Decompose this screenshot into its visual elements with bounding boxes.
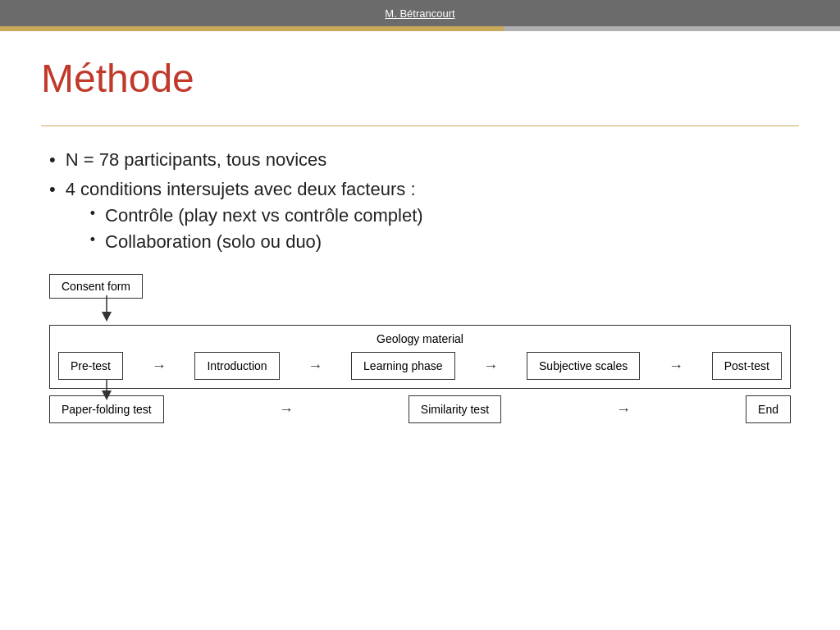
arrow-5: → bbox=[167, 401, 405, 418]
geology-box: Geology material Pre-test → Introduction… bbox=[49, 325, 791, 389]
list-item-2: 4 conditions intersujets avec deux facte… bbox=[49, 179, 799, 258]
sub-item-1: Contrôle (play next vs contrôle complet) bbox=[90, 205, 423, 226]
flow-box-introduction: Introduction bbox=[194, 352, 279, 380]
flow-row: Pre-test → Introduction → Learning phase… bbox=[58, 352, 782, 380]
flow-box-posttest: Post-test bbox=[712, 352, 782, 380]
flow-box-learning: Learning phase bbox=[351, 352, 455, 380]
consent-form-box: Consent form bbox=[49, 274, 143, 299]
list-item-1: N = 78 participants, tous novices bbox=[49, 149, 799, 171]
page-title: Méthode bbox=[41, 56, 799, 101]
sub-list: Contrôle (play next vs contrôle complet)… bbox=[66, 205, 423, 253]
arrow-1: → bbox=[152, 358, 167, 375]
diagram-area: Consent form Geology material Pre-test →… bbox=[41, 274, 799, 438]
main-content: Méthode N = 78 participants, tous novice… bbox=[0, 31, 840, 454]
top-bar: M. Bétrancourt bbox=[0, 0, 840, 26]
author-link[interactable]: M. Bétrancourt bbox=[385, 7, 454, 20]
flow-box-pretest: Pre-test bbox=[58, 352, 123, 380]
flow-box-subjective: Subjective scales bbox=[527, 352, 640, 380]
bottom-row: Paper-folding test → Similarity test → E… bbox=[49, 395, 791, 423]
geology-label: Geology material bbox=[58, 332, 782, 345]
arrow-3: → bbox=[483, 358, 498, 375]
flow-box-similarity: Similarity test bbox=[409, 395, 501, 423]
divider bbox=[41, 126, 799, 126]
bullet-list: N = 78 participants, tous novices 4 cond… bbox=[41, 149, 799, 258]
arrow-6: → bbox=[504, 401, 742, 418]
flow-box-paperfolding: Paper-folding test bbox=[49, 395, 164, 423]
arrow-2: → bbox=[308, 358, 322, 375]
flow-box-end: End bbox=[746, 395, 791, 423]
sub-item-2: Collaboration (solo ou duo) bbox=[90, 231, 423, 253]
arrow-4: → bbox=[669, 358, 683, 375]
